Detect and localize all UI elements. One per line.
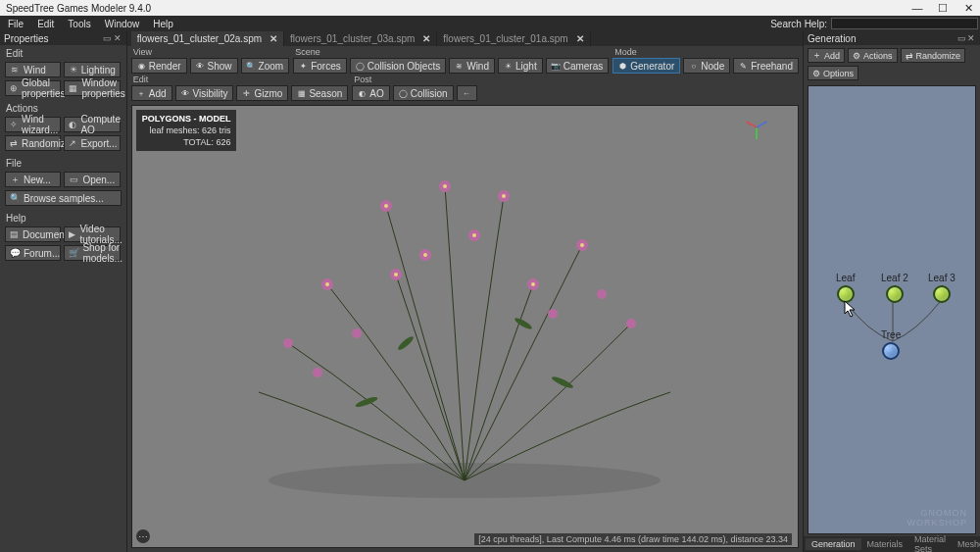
gen-add-button[interactable]: ＋Add [808,48,845,63]
export-button[interactable]: ↗Export... [64,135,120,151]
section-edit-label: Edit [0,45,126,60]
svg-point-25 [531,282,535,286]
tab-materials[interactable]: Materials [861,538,909,550]
wind-wizard-button[interactable]: ✧Wind wizard... [5,117,61,132]
visibility-button[interactable]: 👁Visibility [175,85,234,101]
svg-point-23 [580,243,584,247]
panel-close-icon[interactable]: ✕ [966,33,976,43]
toolbar-scene-group: Scene ✦Forces ◯Collision Objects ≋Wind ☀… [293,47,609,74]
scene-wind-button[interactable]: ≋Wind [449,58,495,74]
menu-window[interactable]: Window [99,18,146,30]
section-file: ＋New... ▭Open... 🔍Browse samples... [0,170,126,210]
viewport-3d[interactable]: POLYGONS - MODEL leaf meshes: 626 tris T… [131,105,799,548]
back-button[interactable]: ← [457,85,477,101]
svg-point-17 [352,328,362,338]
tab-3[interactable]: flowers_01_cluster_01a.spm✕ [437,31,590,46]
gen-actions-button[interactable]: ⚙Actions [848,48,898,63]
polygon-overlay: POLYGONS - MODEL leaf meshes: 626 tris T… [136,110,237,151]
randomize-icon: ⇄ [10,138,18,148]
shop-models-button[interactable]: 🛒Shop for models... [64,245,120,261]
forces-button[interactable]: ✦Forces [293,58,347,74]
svg-point-21 [443,184,447,188]
ao-icon: ◐ [69,120,76,129]
tab-close-icon[interactable]: ✕ [576,33,584,44]
zoom-button[interactable]: 🔍Zoom [241,58,290,74]
toolbar-post-group: Post ◐AO ◯Collision ← [352,75,476,101]
show-button[interactable]: 👁Show [190,58,238,74]
gen-randomize-button[interactable]: ⇄Randomize [901,48,966,63]
tab-generation[interactable]: Generation [806,538,861,550]
window-icon: ▦ [69,83,77,93]
node-tree[interactable]: Tree [881,329,901,360]
video-tutorials-button[interactable]: ▶Video tutorials... [64,226,120,242]
tab-2[interactable]: flowers_01_cluster_03a.spm✕ [284,31,437,46]
add-button[interactable]: ＋Add [131,85,172,101]
lighting-button[interactable]: ☀Lighting [64,62,120,77]
light-button[interactable]: ☀Light [498,58,543,74]
window-properties-button[interactable]: ▦Window properties [64,80,120,96]
minimize-button[interactable]: — [911,2,923,15]
global-properties-button[interactable]: ⊕Global properties [5,80,61,96]
panel-undock-icon[interactable]: ▭ [956,33,966,43]
model-preview [229,147,700,500]
viewport-menu-icon[interactable]: ⋯ [136,529,150,543]
section-actions: ✧Wind wizard... ◐Compute AO ⇄Randomize ↗… [0,115,126,155]
cameras-button[interactable]: 📷Cameras [546,58,610,74]
browse-samples-button[interactable]: 🔍Browse samples... [5,190,122,206]
menu-help[interactable]: Help [147,18,179,30]
generator-mode-button[interactable]: ⬢Generator [612,58,680,74]
panel-undock-icon[interactable]: ▭ [103,33,113,43]
play-icon: ▶ [69,229,75,239]
section-help-label: Help [0,210,126,225]
node-graph-canvas[interactable]: Leaf Leaf 2 Leaf 3 Tree GNOMONWORKSHOP [808,85,976,534]
open-button[interactable]: ▭Open... [64,172,120,187]
tab-close-icon[interactable]: ✕ [422,33,430,44]
tab-close-icon[interactable]: ✕ [270,33,277,44]
collision-button[interactable]: ◯Collision [393,85,454,101]
document-tabs: flowers_01_cluster_02a.spm✕ flowers_01_c… [127,31,803,46]
tab-1[interactable]: flowers_01_cluster_02a.spm✕ [131,31,284,46]
axis-gizmo[interactable] [745,116,768,139]
tab-meshes[interactable]: Meshes [952,538,980,550]
randomize-icon: ⇄ [906,51,913,61]
freehand-mode-button[interactable]: ✎Freehand [733,58,799,74]
forum-button[interactable]: 💬Forum... [5,245,61,261]
wizard-icon: ✧ [10,120,18,129]
main-menubar: File Edit Tools Window Help Search Help: [0,16,980,31]
export-icon: ↗ [69,138,76,148]
freehand-icon: ✎ [739,62,748,71]
node-leaf-3[interactable]: Leaf 3 [928,273,956,303]
menu-tools[interactable]: Tools [62,18,96,30]
gizmo-button[interactable]: ✛Gizmo [236,85,288,101]
randomize-button[interactable]: ⇄Randomize [5,135,61,151]
collision-objects-button[interactable]: ◯Collision Objects [350,58,446,74]
ao-button[interactable]: ◐AO [352,85,389,101]
right-bottom-tabs: Generation Materials Material Sets Meshe… [804,536,980,552]
node-leaf-1[interactable]: Leaf [836,273,855,303]
properties-panel: Properties ▭ ✕ Edit ≋Wind ☀Lighting ⊕Glo… [0,31,126,552]
svg-point-20 [384,204,388,208]
search-input[interactable] [831,18,978,29]
panel-close-icon[interactable]: ✕ [113,33,122,43]
new-button[interactable]: ＋New... [5,172,61,187]
season-button[interactable]: ▦Season [291,85,348,101]
generation-title: Generation [808,33,956,44]
node-mode-button[interactable]: ○Node [683,58,730,74]
compute-ao-button[interactable]: ◐Compute AO [64,117,120,132]
wind-icon: ≋ [10,65,20,75]
menu-file[interactable]: File [2,18,29,30]
svg-point-12 [626,319,636,328]
documentation-button[interactable]: ▤Documentation... [5,226,61,242]
gear-icon: ⚙ [853,51,860,61]
render-button[interactable]: ◉Render [131,58,187,74]
svg-point-27 [472,233,476,237]
wind-button[interactable]: ≋Wind [5,62,61,77]
close-button[interactable]: ✕ [962,2,974,15]
menu-edit[interactable]: Edit [31,18,60,30]
gen-options-button[interactable]: ⚙Options [808,66,858,80]
back-icon: ← [463,89,471,98]
maximize-button[interactable]: ☐ [937,2,949,15]
tab-material-sets[interactable]: Material Sets [908,533,952,552]
section-edit: ≋Wind ☀Lighting ⊕Global properties ▦Wind… [0,60,126,100]
node-leaf-2[interactable]: Leaf 2 [881,273,908,303]
